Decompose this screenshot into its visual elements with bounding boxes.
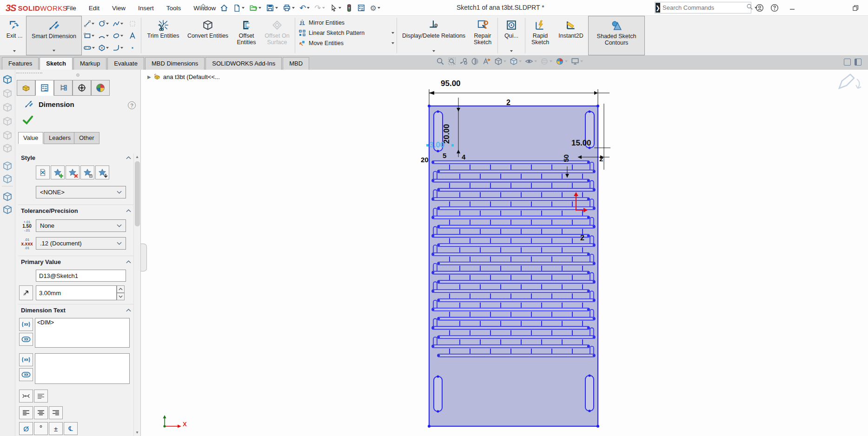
centerline-symbol-button[interactable]: ℄ [64, 422, 78, 435]
trim-entities-button[interactable]: Trim Entities [143, 16, 184, 55]
hide-show-items-icon[interactable] [525, 57, 537, 66]
rapid-sketch-button[interactable]: Rapid Sketch [527, 16, 554, 55]
tolerance-section-header[interactable]: Tolerance/Precision [21, 207, 78, 214]
minimize-button[interactable] [787, 3, 797, 13]
zoom-to-fit-icon[interactable] [436, 57, 444, 66]
apply-scene-icon[interactable] [556, 57, 568, 66]
dimension-text-collapse-icon[interactable] [126, 309, 131, 312]
left-toolbar-button[interactable] [2, 143, 13, 153]
apply-default-style-button[interactable] [36, 165, 50, 179]
slot-bottom-right[interactable] [585, 376, 594, 411]
dim-right-label[interactable]: 15.00 [571, 139, 591, 148]
dimension-text-input[interactable] [35, 318, 130, 348]
repair-sketch-button[interactable]: Repair Sketch [469, 16, 496, 55]
offset-entities-button[interactable]: Offset Entities [232, 16, 261, 55]
displaymanager-tab[interactable] [91, 80, 110, 96]
zoom-to-area-icon[interactable] [448, 57, 456, 66]
save-button[interactable] [265, 3, 279, 13]
confirmation-corner-icon[interactable] [839, 74, 861, 88]
sketch-origin[interactable] [163, 415, 182, 428]
graphics-viewport[interactable]: ▶ ana t3bt (Default<<... 95.00 2 20.00 3… [140, 70, 868, 436]
new-document-button[interactable] [232, 3, 246, 13]
left-toolbar-button[interactable] [2, 130, 13, 140]
dim-5-label[interactable]: 5 [443, 152, 446, 159]
tab-sketch[interactable]: Sketch [40, 57, 73, 70]
delete-style-button[interactable] [66, 165, 80, 179]
dimension-value-field[interactable]: 3.00mm [36, 285, 117, 300]
smart-dimension-button[interactable]: Smart Dimension [26, 16, 82, 55]
text-position-button[interactable] [19, 390, 33, 403]
display-delete-dropdown-icon[interactable] [432, 50, 435, 55]
dim-width-label[interactable]: 95.00 [441, 79, 461, 88]
tab-evaluate[interactable]: Evaluate [107, 57, 144, 70]
move-entities-button[interactable]: Move Entities [298, 39, 394, 47]
fillet-tool[interactable] [111, 42, 125, 54]
left-toolbar-button[interactable] [2, 74, 13, 85]
instant2d-button[interactable]: Instant2D [554, 16, 588, 55]
move-entities-dropdown-icon[interactable] [391, 42, 394, 44]
exit-sketch-button[interactable]: Exit ... [3, 16, 26, 55]
quick-snaps-dropdown-icon[interactable] [510, 50, 513, 55]
search-commands-box[interactable]: ❯ [655, 2, 751, 13]
primary-value-collapse-icon[interactable] [126, 260, 131, 264]
arc-tool[interactable] [96, 30, 111, 42]
left-toolbar-button[interactable] [2, 192, 13, 202]
left-toolbar-button[interactable] [2, 116, 13, 126]
undo-button[interactable]: ↶ [298, 2, 311, 14]
restore-window-button[interactable] [850, 3, 861, 13]
circle-tool[interactable] [96, 18, 111, 30]
style-dropdown[interactable]: <NONE> [36, 186, 126, 198]
left-toolbar-button[interactable] [2, 88, 13, 99]
configurationmanager-tab[interactable] [54, 80, 73, 96]
pin-menu-icon[interactable] [200, 4, 206, 13]
panel-help-icon[interactable]: ? [128, 101, 136, 109]
linear-sketch-pattern-button[interactable]: Linear Sketch Pattern [298, 29, 394, 37]
align-right-button[interactable] [49, 406, 63, 419]
print-button[interactable] [281, 3, 296, 13]
spinner-down-icon[interactable] [117, 293, 125, 300]
degree-symbol-button[interactable]: ° [34, 422, 48, 435]
featuremanager-tree-tab[interactable] [17, 80, 35, 96]
rebuild-button[interactable] [345, 3, 354, 13]
scroll-up-icon[interactable]: ▲ [134, 153, 140, 160]
collapse-pane-icon[interactable] [844, 59, 851, 66]
convert-entities-button[interactable]: Convert Entities [184, 16, 232, 55]
panel-resize-knob[interactable] [76, 73, 80, 77]
feature-tree-item[interactable]: ▶ ana t3bt (Default<<... [147, 73, 220, 80]
dim-handle[interactable] [426, 144, 429, 146]
display-delete-relations-button[interactable]: Display/Delete Relations [398, 16, 469, 55]
dimension-text-secondary-input[interactable] [35, 353, 130, 384]
precision-dropdown[interactable]: .12 (Document) [36, 237, 126, 250]
ellipse-tool[interactable] [111, 30, 125, 42]
left-toolbar-button[interactable] [2, 102, 13, 112]
menu-file[interactable]: File [66, 5, 76, 12]
settings-gear-button[interactable]: ⚙ [369, 3, 382, 13]
menu-insert[interactable]: Insert [138, 5, 154, 12]
dim-selected-label[interactable]: 3.00 [429, 140, 444, 150]
line-tool[interactable] [82, 18, 96, 30]
search-icon[interactable] [746, 3, 753, 12]
smart-dimension-dropdown-icon[interactable] [53, 50, 55, 55]
dim-20-label[interactable]: 20 [421, 156, 429, 164]
tolerance-collapse-icon[interactable] [126, 209, 131, 212]
dim-2-top-label[interactable]: 2 [506, 99, 510, 107]
spinner-up-icon[interactable] [117, 285, 125, 293]
home-button[interactable] [219, 3, 230, 13]
tab-solidworks-addins[interactable]: SOLIDWORKS Add-Ins [205, 57, 282, 70]
subtab-other[interactable]: Other [74, 132, 99, 144]
save-style-button[interactable] [80, 165, 94, 179]
quick-snaps-button[interactable]: Qui... [499, 16, 523, 55]
user-account-icon[interactable] [755, 3, 765, 13]
search-input[interactable] [661, 4, 746, 11]
add-parenthesis-button[interactable] [19, 318, 33, 331]
subtab-leaders[interactable]: Leaders [44, 132, 76, 144]
scroll-down-icon[interactable]: ▼ [134, 429, 140, 436]
add-style-button[interactable] [51, 165, 65, 179]
options-list-button[interactable] [356, 3, 367, 13]
tab-features[interactable]: Features [2, 57, 39, 70]
value-orientation-button[interactable] [19, 285, 33, 300]
diameter-symbol-button[interactable]: Ø [19, 422, 33, 435]
point-tool[interactable] [125, 42, 139, 54]
menu-tools[interactable]: Tools [166, 5, 181, 12]
sketch-canvas[interactable] [141, 70, 868, 436]
